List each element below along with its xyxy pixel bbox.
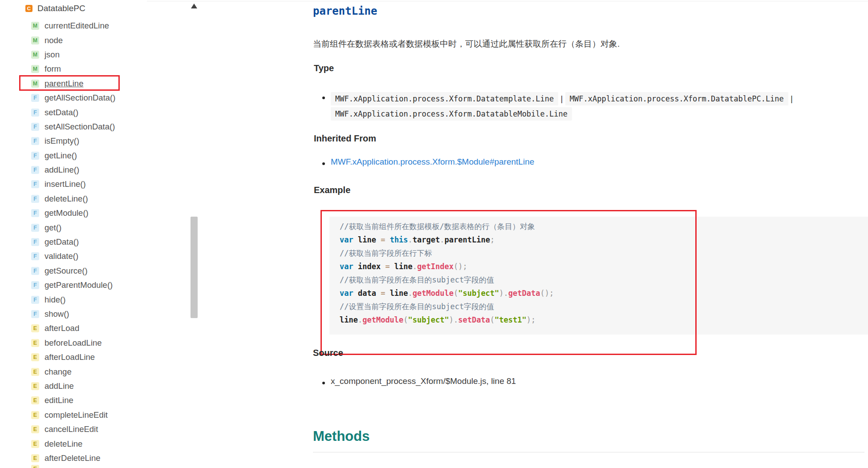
sidebar-item-label: afterLoadLine — [45, 352, 95, 362]
sidebar-item-label: validate() — [45, 251, 78, 261]
member-kind-badge: E — [31, 353, 39, 361]
source-heading: Source — [313, 347, 343, 358]
sidebar-item-addLine[interactable]: FaddLine() — [0, 163, 187, 177]
sidebar-item-getLine[interactable]: FgetLine() — [0, 149, 187, 163]
sidebar-class-header[interactable]: C DatatablePC — [25, 4, 85, 13]
sidebar-item-label: parentLine — [45, 79, 83, 89]
sidebar-item-addLine[interactable]: EaddLine — [0, 379, 187, 393]
sidebar-item-label: addLine() — [45, 165, 79, 175]
inherited-from-link[interactable]: MWF.xApplication.process.Xform.$Module#p… — [331, 157, 534, 166]
sidebar-item-label: setAllSectionData() — [45, 122, 115, 132]
sidebar-class-title: DatatablePC — [37, 4, 85, 13]
member-kind-badge: E — [31, 454, 39, 462]
scrollbar-thumb[interactable] — [191, 217, 198, 318]
member-kind-badge: F — [31, 166, 39, 174]
sidebar-item-change[interactable]: Echange — [0, 364, 187, 379]
sidebar-item-getSource[interactable]: FgetSource() — [0, 264, 187, 278]
member-kind-badge: E — [31, 440, 39, 448]
sidebar-item-setData[interactable]: FsetData() — [0, 105, 187, 119]
sidebar-item-label: form — [45, 64, 61, 74]
source-file-item: x_component_process_Xform/$Module.js, li… — [313, 376, 852, 386]
code-line: var data = line.getModule("subject").get… — [340, 286, 859, 300]
sidebar-list: McurrentEditedLineMnodeMjsonMformMparent… — [0, 19, 187, 465]
member-kind-badge: F — [31, 310, 39, 318]
member-kind-badge: M — [31, 80, 39, 88]
code-line: //获取当前字段所在条目的subject字段的值 — [340, 273, 859, 286]
sidebar-item-label: getData() — [45, 237, 79, 247]
sidebar-item-label: cancelLineEdit — [45, 424, 98, 434]
sidebar-item-getParentModule[interactable]: FgetParentModule() — [0, 278, 187, 292]
sidebar-item-label: afterLoad — [45, 323, 79, 333]
sidebar-item-show[interactable]: Fshow() — [0, 307, 187, 321]
sidebar-item-json[interactable]: Mjson — [0, 48, 187, 62]
methods-divider-line — [313, 452, 864, 452]
sidebar-item-label: change — [45, 367, 72, 377]
scrollbar-up-arrow-icon[interactable] — [191, 4, 197, 8]
methods-heading: Methods — [313, 428, 369, 445]
member-kind-badge: M — [31, 36, 39, 44]
sidebar-item-node[interactable]: Mnode — [0, 33, 187, 47]
sidebar-item-form[interactable]: Mform — [0, 62, 187, 76]
sidebar-item-editLine[interactable]: EeditLine — [0, 393, 187, 407]
sidebar-item-label: getLine() — [45, 151, 77, 161]
member-kind-badge: F — [31, 296, 39, 304]
sidebar-item-deleteLine[interactable]: EdeleteLine — [0, 436, 187, 451]
sidebar-item-label: show() — [45, 309, 69, 319]
code-line: //获取当前组件所在数据模板/数据表格的行（条目）对象 — [340, 220, 859, 233]
sidebar-item-afterLoad[interactable]: EafterLoad — [0, 321, 187, 335]
sidebar-item-afterLoadLine[interactable]: EafterLoadLine — [0, 350, 187, 364]
type-code: MWF.xApplication.process.Xform.Datatempl… — [331, 92, 558, 105]
sidebar-item-label: editLine — [45, 395, 73, 405]
sidebar-item-label: node — [45, 36, 63, 45]
sidebar-item-completeLineEdit[interactable]: EcompleteLineEdit — [0, 408, 187, 422]
inherited-from-heading: Inherited From — [314, 133, 376, 144]
sidebar-item-setAllSectionData[interactable]: FsetAllSectionData() — [0, 120, 187, 134]
sidebar-item-label: getParentModule() — [45, 280, 113, 290]
member-kind-badge: E — [31, 382, 39, 390]
code-line: //获取当前字段所在行下标 — [340, 246, 859, 260]
section-divider-line — [147, 1, 868, 1]
type-separator: | — [788, 94, 793, 103]
sidebar-item-label: getModule() — [45, 208, 89, 218]
sidebar-item-deleteLine[interactable]: FdeleteLine() — [0, 192, 187, 206]
inherited-from-list: MWF.xApplication.process.Xform.$Module#p… — [313, 157, 852, 167]
member-kind-badge: F — [31, 94, 39, 102]
source-list: x_component_process_Xform/$Module.js, li… — [313, 376, 852, 386]
property-description: 当前组件在数据表格或者数据模板中时，可以通过此属性获取所在行（条目）对象. — [313, 39, 620, 49]
sidebar-item-label: setData() — [45, 108, 78, 117]
sidebar-item-validate[interactable]: Fvalidate() — [0, 249, 187, 263]
member-kind-badge: M — [31, 22, 39, 30]
sidebar-item-label: completeLineEdit — [45, 410, 108, 420]
sidebar-item-afterDeleteLine[interactable]: EafterDeleteLine — [0, 451, 187, 465]
sidebar-item-label: insertLine() — [45, 179, 86, 189]
type-code: MWF.xApplication.process.Xform.Datatable… — [331, 107, 572, 121]
member-kind-badge: F — [31, 224, 39, 232]
type-list-item: MWF.xApplication.process.Xform.Datatempl… — [313, 91, 852, 121]
sidebar-item-label: getAllSectionData() — [45, 93, 115, 103]
member-kind-badge: E — [31, 396, 39, 404]
sidebar-item-get[interactable]: Fget() — [0, 220, 187, 234]
member-kind-badge: E — [31, 324, 39, 332]
sidebar-item-hide[interactable]: Fhide() — [0, 292, 187, 307]
member-kind-badge: F — [31, 209, 39, 217]
sidebar-item-cancelLineEdit[interactable]: EcancelLineEdit — [0, 422, 187, 436]
sidebar-item-currentEditedLine[interactable]: McurrentEditedLine — [0, 19, 187, 33]
type-code: MWF.xApplication.process.Xform.Datatable… — [565, 92, 788, 105]
member-kind-badge: F — [31, 137, 39, 145]
sidebar-item-label: json — [45, 50, 60, 60]
sidebar-item-isEmpty[interactable]: FisEmpty() — [0, 134, 187, 148]
member-kind-badge: E — [31, 339, 39, 347]
sidebar-item-getModule[interactable]: FgetModule() — [0, 206, 187, 220]
sidebar-item-label: deleteLine — [45, 439, 82, 449]
sidebar-item-label: isEmpty() — [45, 136, 79, 146]
member-kind-badge: F — [31, 238, 39, 246]
sidebar-item-getAllSectionData[interactable]: FgetAllSectionData() — [0, 91, 187, 105]
sidebar-item-insertLine[interactable]: FinsertLine() — [0, 177, 187, 191]
sidebar-item-getData[interactable]: FgetData() — [0, 235, 187, 249]
sidebar-item-parentLine[interactable]: MparentLine — [0, 77, 187, 91]
property-title: parentLine — [313, 5, 377, 17]
sidebar-item-label: deleteLine() — [45, 194, 88, 204]
sidebar-item-label: hide() — [45, 295, 65, 305]
sidebar-item-beforeLoadLine[interactable]: EbeforeLoadLine — [0, 336, 187, 350]
code-line: //设置当前字段所在条目的subject字段的值 — [340, 300, 859, 313]
